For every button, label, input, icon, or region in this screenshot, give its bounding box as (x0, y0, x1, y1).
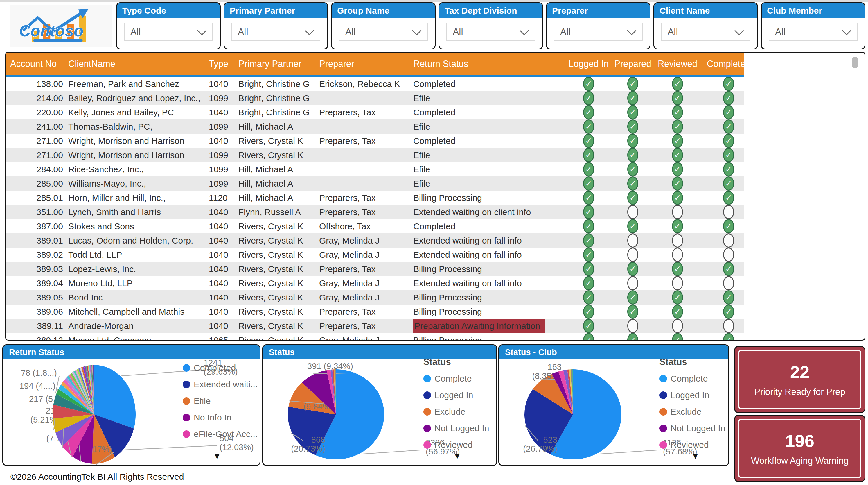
empty-circle-icon (672, 248, 683, 262)
status-circle-cell (707, 248, 744, 262)
table-row[interactable]: 351.00Lynch, Smith and Harris1040Flynn, … (6, 205, 744, 219)
legend-item[interactable]: eFile-Govt Acc... (183, 429, 257, 439)
cell-status: Completed (413, 134, 554, 148)
table-row[interactable]: 387.00Stokes and Sons1040Rivers, Crystal… (6, 219, 744, 233)
legend-title: Status (659, 357, 725, 367)
slicer-dropdown[interactable]: All (124, 23, 213, 41)
table-row[interactable]: 241.00Thomas-Baldwin, PC,1099Hill, Micha… (6, 119, 744, 134)
check-icon: ✓ (672, 290, 683, 305)
slicer-dropdown[interactable]: All (769, 23, 858, 41)
cell-partner: Rivers, Crystal K (239, 262, 317, 276)
status-circle-cell: ✓ (567, 290, 611, 305)
empty-circle-icon (627, 233, 638, 248)
status-circle-cell: ✓ (656, 262, 699, 276)
slicer-value: All (238, 26, 248, 37)
cell-account: 220.00 (10, 105, 63, 119)
status-circle-cell (707, 276, 744, 290)
pie-data-label: 194 (4....) (20, 381, 56, 391)
slicer-dropdown[interactable]: All (339, 23, 428, 41)
column-header[interactable]: Prepared (611, 53, 655, 75)
table-row[interactable]: 271.00Wright, Morrison and Harrison1040R… (6, 134, 744, 148)
table-row[interactable]: 285.00Williams-Mayo, Inc.,1099Hill, Mich… (6, 176, 744, 191)
slicer-title: Client Name (654, 3, 757, 18)
check-icon: ✓ (583, 219, 594, 233)
table-row[interactable]: 389.03Lopez-Lewis, Inc.1040Rivers, Cryst… (6, 262, 744, 276)
table-row[interactable]: 138.00Freeman, Park and Sanchez1040Brigh… (6, 77, 744, 91)
check-icon: ✓ (672, 162, 683, 176)
slicer-value: All (775, 26, 785, 37)
column-header[interactable]: ClientName (68, 53, 208, 75)
table-row[interactable]: 389.05Bond Inc1040Rivers, Crystal KGray,… (6, 290, 744, 305)
check-icon: ✓ (672, 305, 683, 319)
empty-circle-icon (627, 319, 638, 333)
column-header[interactable]: Return Status (413, 53, 554, 75)
column-header[interactable]: Primary Partner (239, 53, 317, 75)
legend-item[interactable]: Exclude (659, 407, 725, 417)
column-header[interactable]: Completed (707, 53, 750, 75)
table-row[interactable]: 285.01Horn, Miller and Hill, Inc.,1120Hi… (6, 191, 744, 205)
table-row[interactable]: 220.00Kelly, Jones and Bailey, PC1040Bri… (6, 105, 744, 119)
status-circle-cell: ✓ (611, 262, 655, 276)
cell-preparer: Preparers, Tax (319, 191, 411, 205)
cell-partner: Rivers, Crystal K (239, 276, 317, 290)
column-header[interactable]: Preparer (319, 53, 411, 75)
legend-label: Not Logged In (671, 423, 725, 433)
cell-client: Lucas, Odom and Holden, Corp. (68, 233, 208, 248)
status-circle-cell: ✓ (611, 219, 655, 233)
legend-scroll-down-icon[interactable]: ▼ (213, 452, 221, 461)
legend-item[interactable]: Logged In (659, 391, 725, 400)
slicer-dropdown[interactable]: All (661, 23, 750, 41)
table-row[interactable]: 389.12Mason Ltd, Company1065Rivers, Crys… (6, 333, 744, 340)
check-icon: ✓ (627, 191, 638, 205)
legend-item[interactable]: Reviewed (659, 440, 725, 450)
column-header[interactable]: Logged In (567, 53, 611, 75)
table-scrollbar-thumb[interactable] (852, 57, 858, 68)
slicer-value: All (668, 26, 678, 37)
table-row[interactable]: 389.02Todd Ltd, LLP1040Rivers, Crystal K… (6, 248, 744, 262)
cell-client: Horn, Miller and Hill, Inc., (68, 191, 208, 205)
table-row[interactable]: 389.04Moreno Ltd, LLP1040Rivers, Crystal… (6, 276, 744, 290)
chevron-down-icon (305, 26, 314, 35)
cell-account: 389.03 (10, 262, 63, 276)
legend-color-dot (659, 408, 667, 416)
check-icon: ✓ (627, 91, 638, 105)
column-header[interactable]: Reviewed (656, 53, 699, 75)
cell-client: Mason Ltd, Company (68, 333, 208, 340)
cell-type: 1040 (209, 290, 237, 305)
table-row[interactable]: 389.11Andrade-Morgan1040Rivers, Crystal … (6, 319, 744, 333)
cell-preparer: Preparers, Tax (319, 305, 411, 319)
legend-item[interactable]: Efile (183, 396, 257, 406)
table-row[interactable]: 389.06Mitchell, Campbell and Mathis1040R… (6, 305, 744, 319)
column-header[interactable]: Type (209, 53, 237, 75)
table-row[interactable]: 214.00Bailey, Rodriguez and Lopez, Inc.,… (6, 91, 744, 105)
cell-type: 1040 (209, 205, 237, 219)
table-row[interactable]: 271.00Wright, Morrison and Harrison1099R… (6, 148, 744, 162)
column-header[interactable]: Account No (10, 53, 63, 75)
check-icon: ✓ (672, 91, 683, 105)
slicer-dropdown[interactable]: All (554, 23, 643, 41)
legend-item[interactable]: Complete (659, 374, 725, 383)
legend-scroll-down-icon[interactable]: ▼ (453, 452, 461, 461)
status-circle-cell: ✓ (611, 134, 655, 148)
legend-item[interactable]: Extended waiti... (183, 380, 257, 389)
legend-item[interactable]: Not Logged In (659, 424, 725, 433)
table-row[interactable]: 284.00Rice-Sanchez, Inc.,1099Hill, Micha… (6, 162, 744, 176)
legend-item[interactable]: Completed (183, 363, 257, 373)
legend-item[interactable]: No Info In (183, 413, 257, 422)
status-circle-cell: ✓ (707, 333, 744, 340)
slicer-dropdown[interactable]: All (231, 23, 320, 41)
cell-preparer: Offshore, Tax (319, 219, 411, 233)
slicer-dropdown[interactable]: All (446, 23, 535, 41)
table-row[interactable]: 389.01Lucas, Odom and Holden, Corp.1040R… (6, 233, 744, 248)
legend-item[interactable]: Complete (424, 374, 489, 383)
cell-status: Extended waiting on fall info (413, 233, 554, 248)
status-circle-cell: ✓ (707, 262, 744, 276)
check-icon: ✓ (627, 176, 638, 191)
legend-item[interactable]: Not Logged In (424, 424, 489, 433)
legend-item[interactable]: Exclude (424, 407, 489, 417)
legend-scroll-down-icon[interactable]: ▼ (691, 452, 699, 461)
check-icon: ✓ (627, 77, 638, 91)
legend-item[interactable]: Reviewed (424, 440, 489, 450)
cell-preparer (319, 91, 411, 105)
legend-item[interactable]: Logged In (424, 391, 489, 400)
